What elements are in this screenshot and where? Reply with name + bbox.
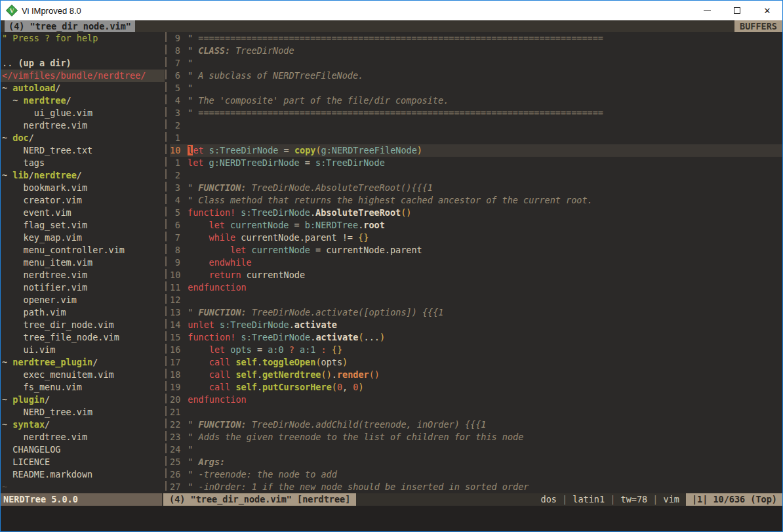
tree-item[interactable]: notifier.vim — [2, 281, 165, 294]
tree-item[interactable]: " Press ? for help — [2, 32, 165, 45]
code-line[interactable]: 4" The 'composite' part of the file/dir … — [170, 94, 782, 107]
code-line[interactable]: 1 — [170, 132, 782, 144]
code-line[interactable]: 10let s:TreeDirNode = copy(g:NERDTreeFil… — [170, 144, 782, 157]
tree-item[interactable]: NERD_tree.txt — [2, 144, 165, 157]
code-line[interactable]: 24" — [170, 443, 782, 456]
code-line[interactable]: 16 let opts = a:0 ? a:1 : {} — [170, 344, 782, 356]
code-line[interactable]: 8" CLASS: TreeDirNode — [170, 45, 782, 57]
code-lines: 9" =====================================… — [170, 32, 782, 493]
buffers-label: BUFFERS — [734, 20, 782, 32]
tree-item[interactable]: fs_menu.vim — [2, 381, 165, 394]
statusline-info: dos | latin1 | tw=78 | vim — [541, 493, 686, 506]
line-number: 3 — [170, 182, 180, 194]
tree-item[interactable]: ui.vim — [2, 344, 165, 356]
code-line[interactable]: 21 — [170, 406, 782, 419]
tree-item[interactable]: nerdtree.vim — [2, 269, 165, 281]
tree-item[interactable]: opener.vim — [2, 294, 165, 306]
code-line[interactable]: 2 — [170, 169, 782, 182]
vertical-split-separator[interactable] — [165, 32, 170, 493]
line-number: 7 — [170, 232, 180, 244]
code-line[interactable]: 17 call self.toggleOpen(opts) — [170, 356, 782, 369]
nerdtree-panel[interactable]: " Press ? for help.. (up a dir)</vimfile… — [1, 32, 165, 493]
tree-item[interactable]: ~ doc/ — [2, 132, 165, 144]
tab-tree-dir-node[interactable]: (4) "tree_dir_node.vim" — [5, 20, 135, 32]
tree-item[interactable]: event.vim — [2, 207, 165, 219]
tree-item[interactable]: ~ plugin/ — [2, 394, 165, 406]
tree-item[interactable]: creator.vim — [2, 194, 165, 207]
tree-item[interactable]: ~ syntax/ — [2, 419, 165, 431]
tree-item[interactable]: ~ — [2, 481, 165, 493]
code-line[interactable]: 19 call self.putCursorHere(0, 0) — [170, 381, 782, 394]
code-line[interactable]: 14unlet s:TreeDirNode.activate — [170, 319, 782, 331]
tree-item[interactable]: </vimfiles/bundle/nerdtree/ — [1, 70, 165, 82]
line-number: 1 — [170, 157, 180, 169]
tree-item[interactable]: ~ nerdtree_plugin/ — [2, 356, 165, 369]
close-button[interactable]: ✕ — [752, 1, 782, 20]
code-line[interactable]: 9 endwhile — [170, 256, 782, 269]
line-number: 24 — [170, 443, 180, 456]
tree-item[interactable]: menu_controller.vim — [2, 244, 165, 256]
code-line[interactable]: 5function! s:TreeDirNode.AbsoluteTreeRoo… — [170, 207, 782, 219]
code-line[interactable]: 7" — [170, 57, 782, 70]
line-number: 10 — [170, 144, 180, 157]
tabline: (4) "tree_dir_node.vim" BUFFERS — [1, 20, 782, 32]
code-buffer[interactable]: 9" =====================================… — [170, 32, 782, 493]
tree-item[interactable]: exec_menuitem.vim — [2, 369, 165, 381]
code-line[interactable]: 10 return currentNode — [170, 269, 782, 281]
statusline: NERDTree 5.0.0 (4) "tree_dir_node.vim" [… — [1, 493, 782, 506]
minimize-button[interactable] — [692, 1, 722, 20]
tree-item[interactable]: LICENCE — [2, 456, 165, 468]
tree-item[interactable]: ui_glue.vim — [2, 107, 165, 119]
tree-item[interactable]: key_map.vim — [2, 232, 165, 244]
code-line[interactable]: 11endfunction — [170, 281, 782, 294]
line-number: 27 — [170, 481, 180, 493]
code-line[interactable]: 3" FUNCTION: TreeDirNode.AbsoluteTreeRoo… — [170, 182, 782, 194]
tree-item[interactable]: ~ autoload/ — [2, 82, 165, 94]
line-number: 2 — [170, 169, 180, 182]
code-line[interactable]: 9" =====================================… — [170, 32, 782, 45]
code-line[interactable]: 8 let currentNode = currentNode.parent — [170, 244, 782, 256]
code-line[interactable]: 5" — [170, 82, 782, 94]
tree-item[interactable]: tags — [2, 157, 165, 169]
line-number: 4 — [170, 194, 180, 207]
code-line[interactable]: 2 — [170, 119, 782, 132]
code-line[interactable]: 3" =====================================… — [170, 107, 782, 119]
tree-item[interactable]: nerdtree.vim — [2, 431, 165, 443]
code-line[interactable]: 4" Class method that returns the highest… — [170, 194, 782, 207]
code-line[interactable]: 15function! s:TreeDirNode.activate(...) — [170, 331, 782, 344]
tree-item[interactable]: tree_file_node.vim — [2, 331, 165, 344]
tree-item[interactable]: ~ nerdtree/ — [2, 94, 165, 107]
code-line[interactable]: 22" FUNCTION: TreeDirNode.addChild(treen… — [170, 419, 782, 431]
tree-item[interactable] — [2, 45, 165, 57]
code-line[interactable]: 23" Adds the given treenode to the list … — [170, 431, 782, 443]
tree-item[interactable]: NERD_tree.vim — [2, 406, 165, 419]
line-number: 19 — [170, 381, 180, 394]
maximize-button[interactable] — [722, 1, 752, 20]
tree-item[interactable]: README.markdown — [2, 468, 165, 481]
code-line[interactable]: 26" -treenode: the node to add — [170, 468, 782, 481]
tree-item[interactable]: CHANGELOG — [2, 443, 165, 456]
code-line[interactable]: 13" FUNCTION: TreeDirNode.activate([opti… — [170, 306, 782, 319]
tree-item[interactable]: .. (up a dir) — [2, 57, 165, 70]
code-line[interactable]: 20endfunction — [170, 394, 782, 406]
tree-item[interactable]: menu_item.vim — [2, 256, 165, 269]
code-line[interactable]: 1let g:NERDTreeDirNode = s:TreeDirNode — [170, 157, 782, 169]
code-line[interactable]: 12 — [170, 294, 782, 306]
code-line[interactable]: 6 let currentNode = b:NERDTree.root — [170, 219, 782, 232]
tree-item[interactable]: flag_set.vim — [2, 219, 165, 232]
code-line[interactable]: 6" A subclass of NERDTreeFileNode. — [170, 70, 782, 82]
code-line[interactable]: 18 call self.getNerdtree().render() — [170, 369, 782, 381]
tree-item[interactable]: bookmark.vim — [2, 182, 165, 194]
tree-item[interactable]: tree_dir_node.vim — [2, 319, 165, 331]
line-number: 10 — [170, 269, 180, 281]
code-line[interactable]: 27" -inOrder: 1 if the new node should b… — [170, 481, 782, 493]
line-number: 5 — [170, 207, 180, 219]
tree-item[interactable]: path.vim — [2, 306, 165, 319]
window-title: Vi IMproved 8.0 — [22, 6, 81, 16]
code-line[interactable]: 7 while currentNode.parent != {} — [170, 232, 782, 244]
tree-item[interactable]: nerdtree.vim — [2, 119, 165, 132]
line-number: 6 — [170, 70, 180, 82]
code-line[interactable]: 25" Args: — [170, 456, 782, 468]
line-number: 25 — [170, 456, 180, 468]
tree-item[interactable]: ~ lib/nerdtree/ — [2, 169, 165, 182]
